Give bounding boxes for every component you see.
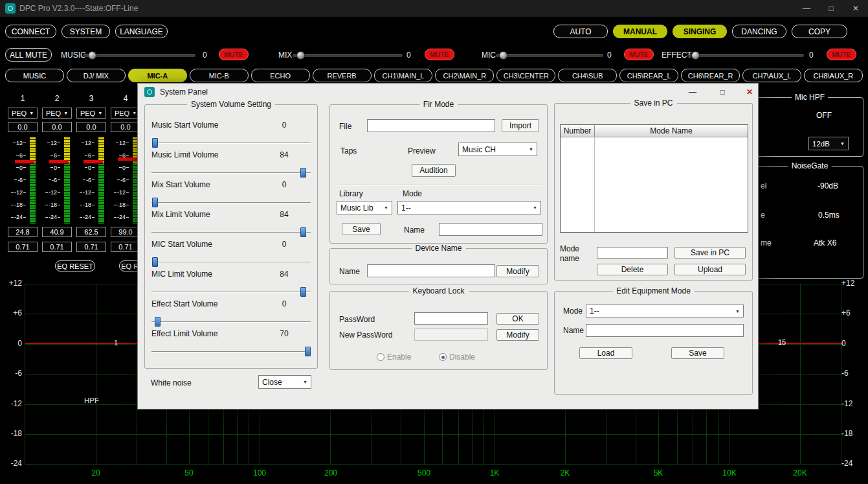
window-close-icon[interactable]: ✕ [846, 0, 865, 17]
tab-mic-a[interactable]: MIC-A [128, 69, 187, 82]
singing-button[interactable]: SINGING [673, 25, 727, 38]
tab-ch5[interactable]: CH5\REAR_L [619, 69, 678, 82]
mode-table[interactable]: Number Mode Name [560, 124, 748, 233]
eq-reset-button[interactable]: EQ RESET [55, 260, 95, 271]
mode-name-label-line1: Mode [560, 244, 579, 253]
dialog-maximize-icon[interactable]: □ [715, 86, 730, 98]
music-label: MUSIC [61, 51, 86, 60]
channel-fader-handle[interactable] [49, 160, 69, 163]
music-slider-knob[interactable] [88, 51, 96, 60]
mix-mute-button[interactable]: MUTE [425, 49, 454, 60]
dancing-button[interactable]: DANCING [732, 25, 786, 38]
disable-radio-label[interactable]: Disable [449, 352, 475, 362]
tab-ch7[interactable]: CH7\AUX_L [742, 69, 801, 82]
system-button[interactable]: SYSTEM [61, 25, 110, 38]
music-slider[interactable] [83, 54, 195, 57]
channel-fader-handle[interactable] [83, 160, 103, 163]
mic-mute-button[interactable]: MUTE [624, 49, 654, 60]
tab-ch8[interactable]: CH8\AUX_R [804, 69, 863, 82]
white-noise-dropdown[interactable]: Close▼ [258, 375, 311, 389]
window-title: DPC Pro V2.3.0----State:OFF-Line [19, 4, 138, 13]
mode-name-input[interactable] [597, 247, 668, 259]
dialog-minimize-icon[interactable]: — [685, 86, 700, 98]
password-ok-button[interactable]: OK [496, 313, 539, 325]
fir-name-input[interactable] [439, 223, 542, 236]
slider-handle[interactable] [152, 198, 158, 207]
mix-start-volume-slider[interactable] [151, 198, 311, 207]
disable-radio[interactable] [439, 353, 447, 361]
load-button[interactable]: Load [579, 347, 632, 359]
tab-ch3[interactable]: CH3\CENTER [496, 69, 555, 82]
eq-point-marker-15[interactable]: 15 [778, 338, 786, 346]
tab-ch2[interactable]: CH2\MAIN_R [435, 69, 494, 82]
slider-handle[interactable] [155, 317, 161, 327]
channel-fader-handle[interactable] [118, 157, 137, 161]
tab-ch6[interactable]: CH6\REAR_R [681, 69, 740, 82]
window-minimize-icon[interactable]: — [797, 0, 816, 17]
password-input[interactable] [414, 312, 488, 325]
library-dropdown[interactable]: Music Lib▼ [337, 201, 392, 214]
copy-button[interactable]: COPY [792, 25, 847, 38]
enable-radio[interactable] [377, 353, 384, 361]
mic-start-volume-slider[interactable] [151, 257, 311, 267]
new-password-input[interactable] [414, 328, 488, 341]
auto-button[interactable]: AUTO [553, 25, 608, 38]
slider-handle[interactable] [152, 138, 158, 148]
slider-handle[interactable] [300, 287, 306, 297]
equipment-name-input[interactable] [586, 324, 744, 337]
tab-music[interactable]: MUSIC [5, 69, 64, 82]
eq-type-dropdown[interactable]: PEQ▼ [111, 108, 140, 119]
password-modify-button[interactable]: Modify [496, 329, 539, 341]
eq-point-marker-1[interactable]: 1 [114, 339, 118, 347]
delete-button[interactable]: Delete [597, 264, 668, 275]
effect-limit-volume-slider[interactable] [151, 347, 311, 356]
save-in-pc-button[interactable]: Save in PC [674, 247, 746, 259]
upload-button[interactable]: Upload [674, 264, 746, 275]
slider-handle[interactable] [305, 347, 311, 356]
fir-file-input[interactable] [367, 119, 495, 132]
enable-radio-label[interactable]: Enable [387, 352, 411, 362]
slider-handle[interactable] [152, 257, 158, 267]
tab-ch1[interactable]: CH1\MAIN_L [374, 69, 433, 82]
all-mute-button[interactable]: ALL MUTE [5, 48, 52, 62]
mix-slider-knob[interactable] [296, 51, 305, 60]
tab-dj-mix[interactable]: DJ/ MIX [67, 69, 126, 82]
connect-button[interactable]: CONNECT [5, 25, 56, 38]
language-button[interactable]: LANGUAGE [115, 25, 168, 38]
device-name-input[interactable] [367, 264, 495, 277]
window-maximize-icon[interactable]: □ [821, 0, 841, 17]
manual-button[interactable]: MANUAL [613, 25, 667, 38]
channel-fader-handle[interactable] [15, 160, 34, 163]
tab-echo[interactable]: ECHO [251, 69, 310, 82]
eq-type-dropdown[interactable]: PEQ▼ [8, 108, 38, 119]
eq-type-dropdown[interactable]: PEQ▼ [76, 108, 106, 119]
mix-limit-volume-slider[interactable] [151, 227, 311, 237]
mic-slider-knob[interactable] [499, 51, 507, 60]
slider-handle[interactable] [300, 227, 306, 237]
effect-slider[interactable] [687, 54, 804, 57]
fir-mode-dropdown[interactable]: 1--▼ [397, 201, 541, 214]
preview-channel-dropdown[interactable]: Music CH▼ [458, 143, 537, 156]
fir-save-button[interactable]: Save [342, 223, 381, 235]
effect-mute-button[interactable]: MUTE [827, 49, 856, 60]
tab-ch4[interactable]: CH4\SUB [558, 69, 617, 82]
tab-mic-b[interactable]: MIC-B [190, 69, 249, 82]
music-limit-volume-slider[interactable] [151, 168, 311, 178]
effect-slider-knob[interactable] [691, 51, 700, 60]
mic-limit-volume-slider[interactable] [151, 287, 311, 297]
mic-slider[interactable] [496, 54, 603, 57]
import-button[interactable]: Import [502, 119, 539, 132]
mic-hpf-slope-dropdown[interactable]: 12dB▼ [808, 137, 849, 150]
effect-start-volume-slider[interactable] [151, 317, 311, 327]
device-modify-button[interactable]: Modify [496, 265, 539, 277]
equipment-save-button[interactable]: Save [671, 347, 724, 359]
music-start-volume-slider[interactable] [151, 138, 311, 148]
music-mute-button[interactable]: MUTE [219, 49, 249, 60]
dialog-close-icon[interactable]: ✕ [742, 86, 757, 98]
equipment-mode-dropdown[interactable]: 1--▼ [586, 305, 744, 317]
mix-slider[interactable] [293, 54, 403, 57]
slider-handle[interactable] [300, 168, 306, 178]
tab-reverb[interactable]: REVERB [313, 69, 372, 82]
eq-type-dropdown[interactable]: PEQ▼ [42, 108, 72, 119]
audition-button[interactable]: Audition [412, 164, 456, 177]
